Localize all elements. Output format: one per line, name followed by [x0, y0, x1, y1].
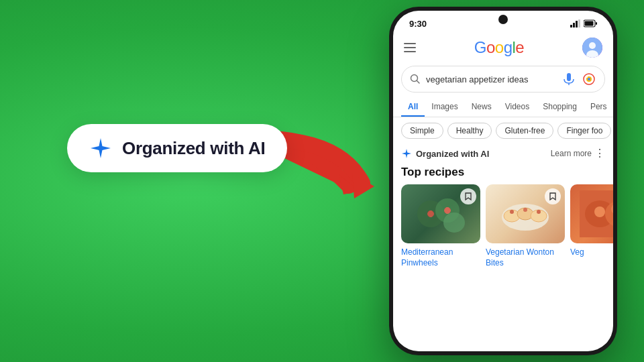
- svg-point-30: [510, 210, 514, 214]
- ai-sparkle-icon: [89, 136, 113, 160]
- status-icons: [570, 19, 597, 27]
- tab-images[interactable]: Images: [425, 98, 464, 117]
- google-logo: Google: [474, 38, 524, 57]
- more-options-icon[interactable]: ⋮: [594, 148, 605, 159]
- svg-point-19: [588, 78, 590, 80]
- chip-gluten-free[interactable]: Gluten-free: [496, 123, 553, 139]
- mic-icon[interactable]: [561, 72, 576, 86]
- signal-icon: [570, 19, 581, 27]
- svg-rect-6: [578, 19, 580, 27]
- search-bar[interactable]: vegetarian appetizer ideas: [401, 66, 605, 93]
- filter-chips: Simple Healthy Gluten-free Finger foo: [393, 117, 613, 144]
- user-avatar[interactable]: [582, 38, 602, 58]
- ai-section-left: Organized with AI: [401, 148, 489, 159]
- ai-organized-section: Organized with AI Learn more ⋮: [393, 144, 613, 163]
- hamburger-menu[interactable]: [404, 43, 416, 52]
- google-header: Google: [393, 32, 613, 63]
- recipe-title-3: Veg: [570, 247, 613, 258]
- chip-finger-food[interactable]: Finger foo: [557, 123, 611, 139]
- svg-point-36: [594, 206, 605, 217]
- phone-mockup: 9:30: [389, 7, 617, 355]
- svg-rect-8: [596, 22, 597, 25]
- ai-sparkle-small-icon: [401, 148, 412, 159]
- tab-news[interactable]: News: [465, 98, 498, 117]
- tab-shopping[interactable]: Shopping: [536, 98, 584, 117]
- ai-card-label: Organized with AI: [122, 138, 266, 159]
- phone-screen: 9:30: [393, 11, 613, 351]
- tab-videos[interactable]: Videos: [498, 98, 536, 117]
- recipe-card-2[interactable]: Vegetarian Wonton Bites: [486, 184, 565, 268]
- svg-point-23: [443, 213, 465, 233]
- svg-rect-3: [570, 25, 572, 27]
- svg-rect-15: [567, 73, 571, 81]
- search-icon: [410, 74, 421, 84]
- status-time: 9:30: [409, 19, 427, 29]
- svg-point-32: [537, 210, 541, 214]
- ai-section-label: Organized with AI: [416, 149, 489, 159]
- food-visual-3: [570, 184, 613, 243]
- recipe-title-2: Vegetarian Wonton Bites: [486, 247, 565, 268]
- recipe-card-1[interactable]: Mediterranean Pinwheels: [401, 184, 480, 268]
- recipe-image-1: [401, 184, 480, 243]
- ai-section-right: Learn more ⋮: [551, 148, 605, 159]
- search-tabs: All Images News Videos Shopping Pers: [393, 98, 613, 117]
- recipe-cards: Mediterranean Pinwheels: [393, 184, 613, 268]
- tab-pers[interactable]: Pers: [584, 98, 613, 117]
- svg-point-11: [589, 42, 596, 49]
- recipe-image-2: [486, 184, 565, 243]
- svg-point-24: [427, 210, 434, 217]
- svg-point-20: [586, 76, 588, 78]
- recipe-card-3[interactable]: Veg: [570, 184, 613, 268]
- learn-more-link[interactable]: Learn more: [551, 149, 592, 158]
- lens-icon[interactable]: [582, 72, 596, 86]
- svg-point-31: [523, 208, 527, 212]
- svg-point-25: [444, 207, 451, 214]
- tab-all[interactable]: All: [401, 98, 425, 117]
- battery-icon: [584, 19, 597, 27]
- recipe-image-3: [570, 184, 613, 243]
- svg-line-14: [417, 81, 420, 84]
- svg-rect-4: [573, 23, 575, 27]
- bookmark-btn-2[interactable]: [545, 188, 561, 204]
- section-title: Top recipes: [393, 163, 613, 184]
- search-query: vegetarian appetizer ideas: [426, 74, 556, 84]
- chip-simple[interactable]: Simple: [401, 123, 443, 139]
- svg-rect-5: [576, 21, 578, 27]
- svg-rect-9: [585, 21, 594, 26]
- camera-notch: [498, 15, 508, 24]
- bookmark-btn-1[interactable]: [460, 188, 476, 204]
- ai-label-card: Organized with AI: [67, 124, 287, 172]
- recipe-title-1: Mediterranean Pinwheels: [401, 247, 480, 268]
- chip-healthy[interactable]: Healthy: [447, 123, 492, 139]
